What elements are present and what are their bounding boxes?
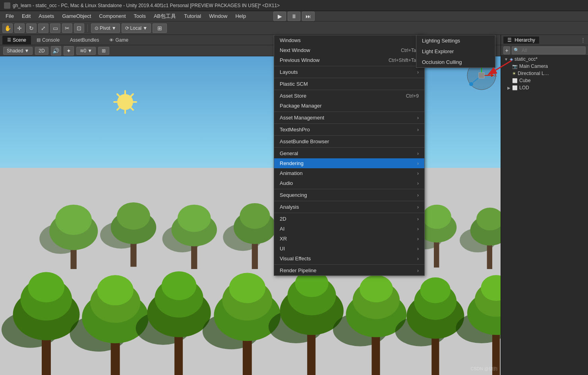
menu-prev-window-item[interactable]: Previous Window Ctrl+Shift+Tab <box>274 55 424 65</box>
menu-assets[interactable]: Assets <box>35 12 58 20</box>
menu-help[interactable]: Help <box>231 12 250 20</box>
menu-next-window-item[interactable]: Next Window Ctrl+Tab <box>274 45 424 55</box>
audio-button[interactable]: 🔊 <box>51 46 61 56</box>
svg-line-4 <box>117 94 120 96</box>
hierarchy-item-directional-light[interactable]: ▶ ☀ Directional L… <box>501 70 588 77</box>
trees-scene <box>0 136 501 375</box>
pause-button[interactable]: ⏸ <box>288 12 300 21</box>
tab-game[interactable]: 👁 Game <box>104 36 133 44</box>
scene-3d-view[interactable]: Y X CSDN @切韵 <box>0 56 501 375</box>
custom-tool[interactable]: ⊡ <box>74 23 84 33</box>
menu-2d-item[interactable]: 2D › <box>274 214 424 224</box>
tab-scene[interactable]: ☰ Scene <box>2 36 31 44</box>
menu-asset-store-item[interactable]: Asset Store Ctrl+9 <box>274 91 424 101</box>
svg-point-23 <box>240 203 270 229</box>
hierarchy-item-main-camera[interactable]: ▶ 📷 Main Camera <box>501 63 588 70</box>
gizmos-dropdown[interactable]: ≋0 ▼ <box>76 47 96 55</box>
step-button[interactable]: ⏭ <box>302 12 315 21</box>
menu-window[interactable]: Window <box>205 12 231 20</box>
hand-tool[interactable]: ✋ <box>2 23 13 33</box>
hierarchy-more[interactable]: ⋮ <box>580 37 586 43</box>
menu-component[interactable]: Component <box>95 12 130 20</box>
move-tool[interactable]: ✛ <box>14 23 25 33</box>
2d-button[interactable]: 2D <box>35 47 48 55</box>
sep11 <box>274 264 424 265</box>
hierarchy-tab[interactable]: ☰ Hierarchy <box>503 37 539 44</box>
gizmos-arrow: ▼ <box>87 48 92 54</box>
local-button[interactable]: ⟳ Local ▼ <box>122 23 151 33</box>
scene-grid-btn[interactable]: ⊞ <box>98 47 109 55</box>
asset-mgmt-arrow: › <box>417 115 419 121</box>
scene-icon: ◈ <box>510 57 513 62</box>
play-button[interactable]: ▶ <box>273 12 286 21</box>
menu-textmeshpro-item[interactable]: TextMeshPro › <box>274 125 424 135</box>
hierarchy-item-cube[interactable]: ▶ ⬜ Cube <box>501 77 588 84</box>
menu-layouts-item[interactable]: Layouts › <box>274 67 424 77</box>
svg-point-86 <box>469 82 473 86</box>
hierarchy-icon: ☰ <box>507 37 512 43</box>
tab-console[interactable]: ▤ Console <box>32 36 64 44</box>
menu-render-pipeline-item[interactable]: Render Pipeline › <box>274 265 424 275</box>
hierarchy-item-lod[interactable]: ▶ ⬜ LOD <box>501 84 588 91</box>
layouts-arrow: › <box>417 69 419 75</box>
snap-button[interactable]: ⊞ <box>153 23 167 33</box>
local-icon: ⟳ <box>125 25 129 31</box>
menu-tools[interactable]: Tools <box>130 12 150 20</box>
menu-bar: File Edit Assets GameObject Component To… <box>0 11 588 21</box>
2d-arrow: › <box>417 216 419 222</box>
sun-rays <box>111 88 139 116</box>
light-explorer-item[interactable]: Light Explorer <box>416 46 495 57</box>
menu-asset-management-item[interactable]: Asset Management › <box>274 113 424 123</box>
hierarchy-search-input[interactable] <box>519 47 584 54</box>
tab-assetbundles[interactable]: AssetBundles <box>65 36 104 44</box>
sep5 <box>274 123 424 124</box>
svg-point-74 <box>420 277 451 303</box>
menu-rendering-item[interactable]: Rendering › <box>274 158 424 168</box>
menu-tutorial[interactable]: Tutorial <box>180 12 205 20</box>
occlusion-culling-item[interactable]: Occlusion Culling <box>416 57 495 67</box>
scene-column: ☰ Scene ▤ Console AssetBundles 👁 Game ⋮ … <box>0 35 501 375</box>
svg-point-35 <box>422 204 451 229</box>
sep6 <box>274 135 424 136</box>
expand-arrow: ▼ <box>504 57 508 62</box>
rotate-tool[interactable]: ↻ <box>26 23 37 33</box>
rect-tool[interactable]: ▭ <box>50 23 60 33</box>
xr-arrow: › <box>417 236 419 242</box>
menu-analysis-item[interactable]: Analysis › <box>274 202 424 212</box>
cube-icon: ⬜ <box>512 78 518 83</box>
menu-package-manager-item[interactable]: Package Manager <box>274 101 424 111</box>
hierarchy-add-button[interactable]: + <box>503 46 510 54</box>
menu-ai-item[interactable]: AI › <box>274 224 424 234</box>
pivot-button[interactable]: ⊙ Pivot ▼ <box>91 23 120 33</box>
menu-animation-item[interactable]: Animation › <box>274 168 424 178</box>
menu-file[interactable]: File <box>2 12 18 20</box>
unity-icon <box>4 2 10 9</box>
menu-ui-item[interactable]: UI › <box>274 244 424 254</box>
menu-edit[interactable]: Edit <box>18 12 35 20</box>
menu-assetbundle-browser-item[interactable]: AssetBundle Browser <box>274 137 424 146</box>
menu-sequencing-item[interactable]: Sequencing › <box>274 190 424 200</box>
tmp-arrow: › <box>417 127 419 133</box>
animation-arrow: › <box>417 171 419 176</box>
menu-general-item[interactable]: General › <box>274 148 424 158</box>
hierarchy-toolbar: + 🔍 <box>501 45 588 56</box>
menu-visual-effects-item[interactable]: Visual Effects › <box>274 254 424 263</box>
scale-tool[interactable]: ⤢ <box>38 23 48 33</box>
pivot-dropdown-arrow: ▼ <box>112 25 116 31</box>
lighting-settings-item[interactable]: Lighting Settings <box>416 35 495 46</box>
sep4 <box>274 112 424 112</box>
hierarchy-panel-tabs: ☰ Hierarchy ⋮ <box>501 35 588 45</box>
menu-windows-item[interactable]: Windows › <box>274 35 424 45</box>
menu-plastic-scm-item[interactable]: Plastic SCM <box>274 79 424 89</box>
general-arrow: › <box>417 151 419 156</box>
menu-gameobject[interactable]: GameObject <box>58 12 95 20</box>
menu-audio-item[interactable]: Audio › <box>274 178 424 188</box>
transform-tool[interactable]: ✂ <box>62 23 72 33</box>
rendering-submenu: Lighting Settings Light Explorer Occlusi… <box>416 35 495 68</box>
effects-button[interactable]: ✦ <box>64 46 74 56</box>
shading-dropdown[interactable]: Shaded ▼ <box>3 47 33 55</box>
menu-xr-item[interactable]: XR › <box>274 234 424 244</box>
menu-ab[interactable]: AB包工具 <box>150 12 180 21</box>
scene-root-item[interactable]: ▼ ◈ static_occ* <box>501 56 588 63</box>
sep1 <box>87 24 88 32</box>
